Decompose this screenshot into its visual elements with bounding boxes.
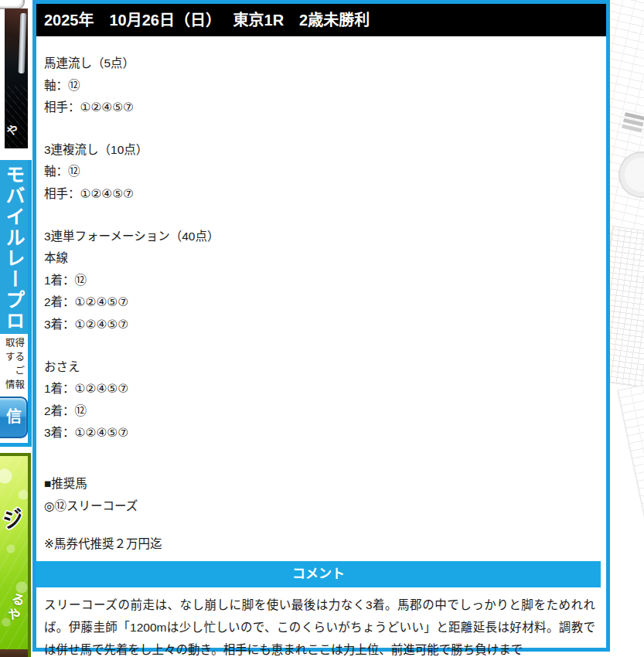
axis-line: 軸：⑫ xyxy=(36,161,606,183)
section-title: 3連複流し（10点） xyxy=(36,139,606,162)
partners-line: 相手：①②④⑤⑦ xyxy=(36,97,606,119)
info-fragment: 情報 xyxy=(0,378,25,392)
section-title: ■推奨馬 xyxy=(36,473,606,495)
race-tips-panel: 2025年 10月26日（日） 東京1R 2歳未勝利 馬連流し（5点） 軸：⑫ … xyxy=(32,0,610,652)
tip-section-sanrenpuku: 3連複流し（10点） 軸：⑫ 相手：①②④⑤⑦ xyxy=(36,139,606,206)
first-place-line: 1着：①②④⑤⑦ xyxy=(36,378,606,400)
axis-line: 軸：⑫ xyxy=(36,75,606,97)
race-header-bar: 2025年 10月26日（日） 東京1R 2歳未勝利 xyxy=(36,4,606,36)
tip-section-umaren: 馬連流し（5点） 軸：⑫ 相手：①②④⑤⑦ xyxy=(36,53,606,119)
sidebar-green-ad-banner[interactable]: ジ るや xyxy=(0,453,31,657)
mobile-info-text: 取得 する ご 情報 xyxy=(0,334,28,393)
section-title: 馬連流し（5点） xyxy=(36,53,606,75)
info-fragment: ご xyxy=(0,364,25,378)
mobile-banner-vertical-text: モバイルレープロ xyxy=(0,160,28,334)
phone-in-photo xyxy=(19,13,27,73)
green-banner-bottom-strip xyxy=(0,649,28,657)
green-banner-text-fragment: るや xyxy=(1,590,28,625)
sidebar-mobile-raceproof-widget[interactable]: モバイルレープロ 取得 する ご 情報 信 xyxy=(0,160,32,447)
comment-paragraph: スリーコーズの前走は、なし崩しに脚を使い最後は力なく3着。馬郡の中でしっかりと脚… xyxy=(36,594,606,657)
sidebar-photo-banner[interactable]: や xyxy=(5,9,28,148)
recommended-horse-line: ◎⑫スリーコーズ xyxy=(36,495,606,518)
info-fragment: する xyxy=(0,350,25,364)
third-place-line: 3着：①②④⑤⑦ xyxy=(36,422,606,444)
background-newspaper-collage xyxy=(611,0,644,657)
green-banner-glyph: ジ xyxy=(0,500,26,534)
main-line-label: 本線 xyxy=(36,247,606,270)
betting-tips: 馬連流し（5点） 軸：⑫ 相手：①②④⑤⑦ 3連複流し（10点） 軸：⑫ 相手：… xyxy=(36,36,606,556)
tip-section-budget-note: ※馬券代推奨２万円迄 xyxy=(36,533,606,556)
second-place-line: 2着：①②④⑤⑦ xyxy=(36,291,606,314)
second-place-line: 2着：⑫ xyxy=(36,400,606,423)
third-place-line: 3着：①②④⑤⑦ xyxy=(36,314,606,336)
newspaper-clipping-bottom xyxy=(617,361,644,657)
tip-section-recommended-horse: ■推奨馬 ◎⑫スリーコーズ xyxy=(36,473,606,517)
budget-note-line: ※馬券代推奨２万円迄 xyxy=(36,533,606,556)
comment-bar[interactable]: コメント xyxy=(36,561,601,587)
tip-section-osae: おさえ 1着：①②④⑤⑦ 2着：⑫ 3着：①②④⑤⑦ xyxy=(36,356,606,444)
send-button[interactable]: 信 xyxy=(0,397,28,438)
info-fragment: 取得 xyxy=(0,336,25,350)
first-place-line: 1着：⑫ xyxy=(36,270,606,292)
partners-line: 相手：①②④⑤⑦ xyxy=(36,183,606,206)
tip-section-sanrentan: 3連単フォーメーション（40点） 本線 1着：⑫ 2着：①②④⑤⑦ 3着：①②④… xyxy=(36,226,606,336)
section-title: おさえ xyxy=(36,356,606,379)
section-title: 3連単フォーメーション（40点） xyxy=(36,226,606,248)
